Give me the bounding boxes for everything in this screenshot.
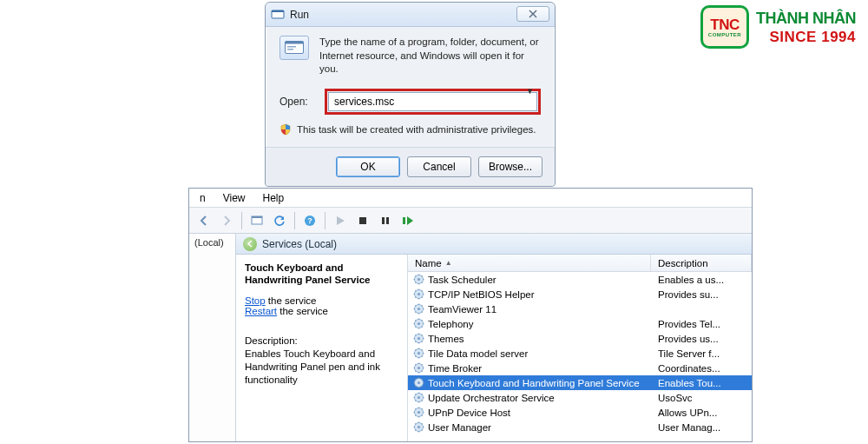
gear-icon — [413, 288, 424, 300]
gear-icon — [413, 303, 424, 315]
menu-truncated[interactable]: n — [191, 190, 214, 206]
svg-line-121 — [422, 430, 423, 431]
svg-line-22 — [422, 275, 423, 276]
menu-view[interactable]: View — [214, 190, 254, 206]
play-button[interactable] — [329, 210, 352, 231]
svg-line-41 — [422, 312, 423, 313]
pause-button[interactable] — [374, 210, 397, 231]
service-row[interactable]: Touch Keyboard and Handwriting Panel Ser… — [408, 375, 752, 390]
open-input[interactable] — [328, 92, 537, 111]
svg-line-31 — [422, 297, 423, 298]
svg-line-70 — [415, 349, 416, 350]
service-row[interactable]: Tile Data model serverTile Server f... — [408, 346, 752, 361]
restart-service-link[interactable]: Restart — [245, 306, 277, 316]
service-name: Update Orchestrator Service — [428, 393, 555, 403]
close-icon — [529, 10, 537, 18]
svg-line-100 — [415, 394, 416, 394]
run-titlebar[interactable]: Run — [266, 3, 555, 27]
svg-point-95 — [418, 396, 420, 399]
svg-line-90 — [415, 379, 416, 380]
header-back-icon[interactable] — [243, 237, 257, 251]
stop-button[interactable] — [352, 210, 374, 231]
svg-line-80 — [415, 364, 416, 365]
column-name[interactable]: Name ▲ — [408, 255, 651, 271]
gear-icon — [413, 274, 424, 285]
service-row[interactable]: Task SchedulerEnables a us... — [408, 272, 752, 287]
svg-line-50 — [415, 320, 416, 321]
service-row[interactable]: TelephonyProvides Tel... — [408, 316, 752, 331]
svg-line-110 — [415, 408, 416, 409]
browse-button[interactable]: Browse... — [478, 156, 542, 177]
help-button[interactable]: ? — [299, 210, 321, 231]
gear-icon — [413, 333, 424, 344]
run-instruction: Type the name of a program, folder, docu… — [319, 36, 541, 76]
cancel-button[interactable]: Cancel — [407, 156, 471, 177]
svg-rect-10 — [359, 217, 366, 224]
service-name: UPnP Device Host — [428, 408, 510, 418]
service-desc: Enables a us... — [651, 275, 752, 285]
service-list: Name ▲ Description Task SchedulerEnables… — [408, 255, 752, 441]
service-name: TeamViewer 11 — [428, 304, 496, 315]
toolbar-console-icon[interactable] — [246, 210, 268, 231]
svg-line-91 — [422, 386, 423, 387]
service-row[interactable]: UPnP Device HostAllows UPn... — [408, 405, 752, 420]
svg-line-53 — [415, 327, 416, 328]
svg-line-20 — [415, 275, 416, 276]
svg-line-40 — [415, 305, 416, 306]
pane-header: Services (Local) — [236, 234, 752, 255]
nav-back-button[interactable] — [193, 210, 215, 231]
logo-badge-text: TNC — [710, 17, 739, 32]
ok-button[interactable]: OK — [336, 156, 400, 177]
service-row[interactable]: Update Orchestrator ServiceUsoSvc — [408, 390, 752, 405]
svg-rect-11 — [382, 217, 385, 224]
svg-point-15 — [418, 278, 420, 281]
column-description[interactable]: Description — [651, 255, 752, 271]
stop-service-link[interactable]: Stop — [245, 295, 266, 306]
detail-desc-label: Description: — [245, 335, 398, 346]
svg-line-21 — [422, 282, 423, 283]
restart-button[interactable] — [397, 210, 419, 231]
service-desc: Provides su... — [651, 289, 752, 300]
close-button[interactable] — [516, 6, 549, 22]
service-row[interactable]: User ManagerUser Manag... — [408, 420, 752, 434]
run-dialog: Run Type the name of a program, folder, … — [265, 2, 556, 187]
service-row[interactable]: TeamViewer 11 — [408, 302, 752, 316]
service-row[interactable]: ThemesProvides us... — [408, 331, 752, 346]
svg-point-35 — [418, 308, 420, 310]
run-program-icon — [279, 36, 309, 60]
refresh-button[interactable] — [268, 210, 291, 231]
svg-point-65 — [418, 352, 420, 355]
menu-bar: n View Help — [189, 189, 752, 208]
nav-fwd-button[interactable] — [215, 210, 238, 231]
svg-point-55 — [418, 337, 420, 340]
service-row[interactable]: TCP/IP NetBIOS HelperProvides su... — [408, 287, 752, 302]
detail-pane: Touch Keyboard and Handwriting Panel Ser… — [236, 255, 408, 441]
svg-line-102 — [422, 394, 423, 394]
run-title: Run — [290, 9, 309, 21]
service-desc: Provides us... — [651, 334, 752, 344]
svg-rect-5 — [287, 49, 293, 50]
svg-line-71 — [422, 356, 423, 357]
svg-point-115 — [418, 426, 420, 428]
svg-rect-7 — [252, 216, 262, 218]
svg-line-82 — [422, 364, 423, 365]
gear-icon — [413, 377, 424, 388]
menu-help[interactable]: Help — [253, 190, 293, 206]
svg-text:?: ? — [307, 216, 312, 225]
service-row[interactable]: Time BrokerCoordinates... — [408, 361, 752, 375]
tree-node-local[interactable]: (Local) — [194, 237, 224, 248]
svg-line-42 — [422, 305, 423, 306]
svg-line-92 — [422, 379, 423, 380]
service-name: User Manager — [428, 422, 491, 433]
svg-line-123 — [415, 430, 416, 431]
tree-pane[interactable]: (Local) — [189, 234, 236, 441]
svg-line-60 — [415, 335, 416, 335]
svg-line-83 — [415, 371, 416, 372]
service-desc: Enables Tou... — [651, 378, 752, 388]
run-title-icon — [271, 8, 285, 22]
svg-point-85 — [418, 381, 420, 384]
svg-line-120 — [415, 423, 416, 424]
svg-line-63 — [415, 341, 416, 342]
service-desc: Provides Tel... — [651, 319, 752, 329]
svg-point-105 — [418, 411, 420, 414]
